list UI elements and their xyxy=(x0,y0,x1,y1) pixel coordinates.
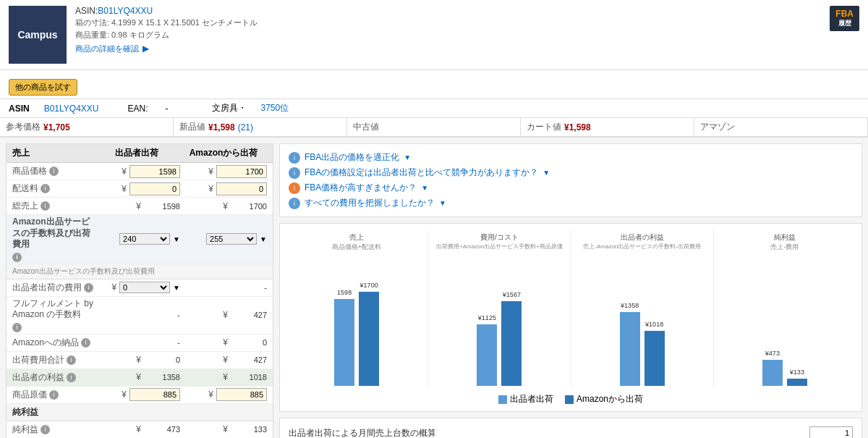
monthly-sales-input[interactable] xyxy=(809,426,853,438)
chart-col-cost: 費用/コスト 出荷費用+Amazon出品サービス手数料+商品原価 ¥1125 ¥… xyxy=(428,229,571,389)
try-other-product-button[interactable]: 他の商品を試す xyxy=(9,79,77,96)
fba-badge: FBA 履歴 xyxy=(830,6,859,31)
product-cost-row: 商品原価 i ¥ ¥ xyxy=(7,387,273,404)
chart-bar-net-seller: ¥473 xyxy=(762,350,783,386)
asin-value[interactable]: B01LYQ4XXU xyxy=(44,104,99,114)
product-price-row: 商品価格 i ¥ ¥ xyxy=(7,163,273,180)
amazon-shipping-row: Amazonへの納品 i - ¥ 0 xyxy=(7,334,273,352)
chart-col1-subtitle: 商品価格+配送料 xyxy=(332,243,381,252)
total-fee-amazon-val: 427 xyxy=(231,355,267,364)
chart-col2-subtitle: 出荷費用+Amazon出品サービス手数料+商品原価 xyxy=(436,243,563,250)
panel-col-seller: 出品者出荷 xyxy=(93,147,180,159)
price-row: 参考価格 ¥1,705 新品値 ¥1,598 (21) 中古値 カート値 ¥1,… xyxy=(0,118,868,138)
seller-profit-seller-val: 1358 xyxy=(144,373,180,382)
product-price-seller-input[interactable] xyxy=(129,165,180,178)
chart-col3-title: 出品者の利益 xyxy=(621,232,664,242)
total-fee-info-icon[interactable]: i xyxy=(67,355,76,365)
service-fee-chevron[interactable]: ▼ xyxy=(173,284,180,292)
gross-seller-val: 1598 xyxy=(144,202,180,211)
fulfillment-row: フルフィルメント by Amazon の手数料 i - ¥ 427 xyxy=(7,297,273,334)
category-rank[interactable]: 3750位 xyxy=(261,102,289,114)
seller-profit-label: 出品者の利益 xyxy=(12,371,64,384)
seller-profit-amazon-val: 1018 xyxy=(231,373,267,382)
cart-price-cell: カート値 ¥1,598 xyxy=(521,118,694,136)
product-image: Campus xyxy=(9,6,67,64)
product-cost-amazon-input[interactable] xyxy=(216,388,267,401)
legend-seller-color xyxy=(498,395,507,404)
left-panel: 売上 出品者出荷 Amazonから出荷 商品価格 i ¥ ¥ 配送料 i xyxy=(6,143,273,438)
amazon-service-dropdown[interactable]: 255 xyxy=(206,233,257,245)
amazon-shipping-info-icon[interactable]: i xyxy=(81,338,90,348)
fba-tip-4-icon: i xyxy=(289,198,300,209)
amazon-service-chevron[interactable]: ▼ xyxy=(260,235,267,243)
service-fee-info-icon[interactable]: i xyxy=(84,283,93,292)
legend-amazon-color xyxy=(565,395,574,404)
panel-header-label: 売上 xyxy=(12,147,93,159)
shipping-seller-input[interactable] xyxy=(129,182,180,195)
monthly-sales-label: 出品者出荷による月間売上台数の概算 xyxy=(289,427,804,439)
shipping-info-icon[interactable]: i xyxy=(41,184,50,193)
asin-label: ASIN xyxy=(9,104,30,114)
amazon-shipping-amazon-val: 0 xyxy=(231,338,267,347)
monthly-sales-row: 出品者出荷による月間売上台数の概算 xyxy=(289,424,853,438)
service-fee-row: 出品者出荷の費用 i ¥ 0 ▼ - xyxy=(7,279,273,297)
total-fee-label: 出荷費用合計 xyxy=(12,354,64,366)
amazon-service-row: Amazon出品サービスの手数料及び出荷費用 i 240 ▼ 255 ▼ xyxy=(7,215,273,264)
service-fee-amazon-val: - xyxy=(231,283,267,292)
amazon-service-info-icon[interactable]: i xyxy=(12,253,22,262)
product-price-amazon-input[interactable] xyxy=(216,165,267,178)
meta-row: ASIN B01LYQ4XXU EAN: - 文房具・ 3750位 xyxy=(0,99,868,118)
fba-tip-1[interactable]: i FBA出品の価格を適正化 ▼ xyxy=(289,150,853,165)
used-price-cell: 中古値 xyxy=(347,118,521,136)
amazon-shipping-seller-val: - xyxy=(144,338,180,347)
new-price-cell: 新品値 ¥1,598 (21) xyxy=(174,118,347,136)
service-fee-label: 出品者出荷の費用 xyxy=(12,282,82,294)
chart-bar-sales-seller: 1598 xyxy=(334,289,354,386)
shipping-row: 配送料 i ¥ ¥ xyxy=(7,180,273,198)
panel-col-amazon: Amazonから出荷 xyxy=(180,147,267,159)
category-label: 文房具・ xyxy=(212,102,247,114)
seller-profit-row: 出品者の利益 i ¥ 1358 ¥ 1018 xyxy=(7,369,273,387)
fba-tip-4[interactable]: i すべての費用を把握しましたか？ ▼ xyxy=(289,195,853,211)
chart-bar-profit-amazon: ¥1018 xyxy=(644,321,665,386)
chart-col2-title: 費用/コスト xyxy=(480,232,519,242)
chart-legend: 出品者出荷 Amazonから出荷 xyxy=(286,393,856,405)
gross-label: 総売上 xyxy=(12,200,38,212)
net-profit-row: 純利益 i ¥ 473 ¥ 133 xyxy=(7,421,273,438)
fulfillment-label: フルフィルメント by Amazon の手数料 xyxy=(12,298,93,321)
product-price-label: 商品価格 xyxy=(12,165,47,177)
gross-info-icon[interactable]: i xyxy=(41,201,50,211)
chart-section: 売上 商品価格+配送料 1598 ¥1700 xyxy=(279,223,862,412)
fulfillment-seller-val: - xyxy=(144,311,180,319)
legend-seller: 出品者出荷 xyxy=(498,393,553,405)
product-detail-link[interactable]: 商品の詳細を確認 xyxy=(75,44,139,53)
fba-tip-2-icon: i xyxy=(289,167,300,179)
product-cost-info-icon[interactable]: i xyxy=(49,390,59,400)
ean-value: - xyxy=(166,104,169,114)
product-cost-seller-input[interactable] xyxy=(129,388,180,401)
net-profit-info-icon[interactable]: i xyxy=(41,425,50,434)
fba-tip-1-icon: i xyxy=(289,152,300,164)
reference-price-cell: 参考価格 ¥1,705 xyxy=(0,118,174,136)
product-dimensions: 箱の寸法: 4.1999 X 15.1 X 21.5001 センチメートル xyxy=(75,17,859,28)
seller-service-chevron[interactable]: ▼ xyxy=(173,235,180,243)
shipping-amazon-input[interactable] xyxy=(216,182,267,195)
product-weight: 商品重量: 0.98 キログラム xyxy=(75,30,859,41)
calculator-section: 出品者出荷による月間売上台数の概算 FBA利用による月間売上増加の概算 % ▲ … xyxy=(279,418,862,438)
chart-col4-title: 純利益 xyxy=(774,232,796,242)
right-panel: i FBA出品の価格を適正化 ▼ i FBAの価格設定は出品者出荷と比べて競争力… xyxy=(279,143,862,438)
shipping-label: 配送料 xyxy=(12,182,38,195)
total-fee-seller-val: 0 xyxy=(144,355,180,364)
fulfillment-info-icon[interactable]: i xyxy=(12,323,22,332)
chart-col-sales: 売上 商品価格+配送料 1598 ¥1700 xyxy=(286,229,428,389)
fba-tip-2[interactable]: i FBAの価格設定は出品者出荷と比べて競争力がありますか？ ▼ xyxy=(289,165,853,180)
gross-row: 総売上 i ¥ 1598 ¥ 1700 xyxy=(7,198,273,215)
chart-col-profit: 出品者の利益 売上-Amazon出品サービスの手数料-出荷費用 ¥1358 ¥1… xyxy=(571,229,714,389)
product-price-info-icon[interactable]: i xyxy=(49,167,59,176)
seller-profit-info-icon[interactable]: i xyxy=(67,373,76,382)
chart-col1-title: 売上 xyxy=(349,232,364,242)
seller-service-dropdown[interactable]: 240 xyxy=(119,233,170,245)
fba-tip-3[interactable]: ! FBA価格が高すぎませんか？ ▼ xyxy=(289,180,853,195)
net-profit-section-title: 純利益 xyxy=(7,404,273,421)
service-fee-seller-dropdown[interactable]: 0 xyxy=(119,282,170,293)
